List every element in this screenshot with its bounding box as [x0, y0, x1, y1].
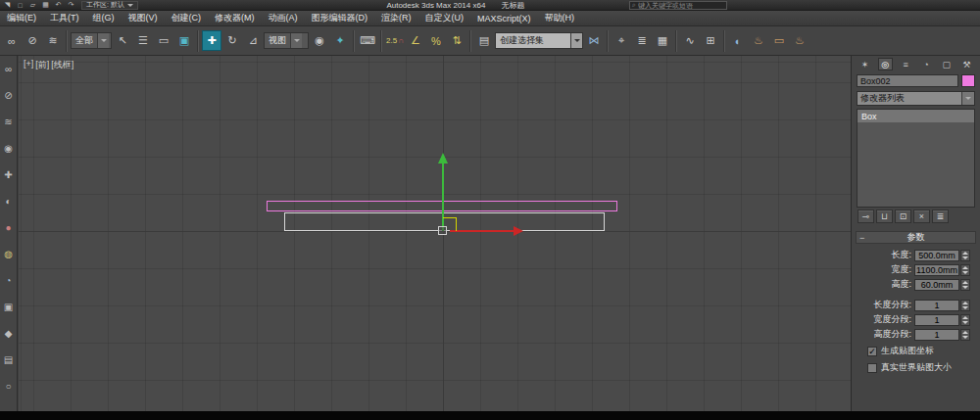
menu-customize[interactable]: 自定义(U)	[418, 11, 471, 25]
use-pivot-point-button[interactable]: ◉	[310, 30, 329, 51]
tab-create[interactable]: ✶	[858, 58, 872, 70]
parameters-rollout-header[interactable]: − 参数	[856, 231, 976, 244]
rectangular-selection-region-button[interactable]: ▭	[154, 30, 173, 51]
width-spinner[interactable]	[960, 264, 970, 276]
new-scene-button[interactable]: □	[15, 1, 25, 10]
select-and-move-button[interactable]: ✚	[202, 30, 221, 51]
select-by-name-button[interactable]: ☰	[133, 30, 153, 51]
modifier-stack[interactable]: Box	[857, 109, 975, 208]
search-input[interactable]	[638, 2, 724, 9]
left-tool-button[interactable]: ◐	[2, 194, 16, 208]
menu-rendering[interactable]: 渲染(R)	[374, 11, 418, 25]
real-world-map-size-checkbox[interactable]	[867, 363, 877, 373]
object-name-input[interactable]: Box002	[857, 74, 958, 87]
left-tool-button[interactable]: ◉	[2, 141, 16, 155]
generate-mapping-coords-checkbox[interactable]: ✓	[867, 347, 877, 356]
app-menu-button[interactable]: ◥	[2, 1, 13, 10]
modifier-list-dropdown[interactable]: 修改器列表	[857, 91, 975, 106]
select-object-button[interactable]: ↖	[113, 30, 132, 51]
rendered-frame-window-button[interactable]: ▭	[769, 30, 789, 51]
select-and-manipulate-button[interactable]: ✦	[330, 30, 350, 51]
remove-modifier-button[interactable]: ×	[913, 210, 930, 223]
show-end-result-button[interactable]: ⊔	[876, 210, 893, 223]
length-spinner[interactable]	[960, 250, 970, 261]
save-file-button[interactable]: ▦	[40, 1, 51, 10]
viewport-shading-menu[interactable]: [线框]	[51, 59, 74, 71]
menu-animation[interactable]: 动画(A)	[262, 11, 305, 25]
length-input[interactable]: 500.0mm	[914, 250, 959, 261]
reference-coordinate-dropdown[interactable]: 视图	[264, 32, 309, 49]
tab-utilities[interactable]: ⚒	[959, 58, 974, 70]
menu-edit[interactable]: 编辑(E)	[0, 11, 43, 25]
search-box[interactable]: ⌕	[629, 1, 727, 10]
left-tool-button[interactable]: ▤	[2, 352, 16, 366]
unlink-selection-button[interactable]: ⊘	[23, 30, 42, 51]
left-tool-button[interactable]: ≋	[2, 115, 16, 128]
menu-tools[interactable]: 工具(T)	[43, 11, 86, 25]
modifier-stack-item-box[interactable]: Box	[858, 110, 974, 122]
render-setup-button[interactable]: ♨	[749, 30, 768, 51]
length-segs-input[interactable]: 1	[914, 300, 959, 311]
viewport-pov-menu[interactable]: [前]	[35, 59, 49, 71]
workspace-dropdown[interactable]: 工作区: 默认	[81, 1, 138, 10]
left-tool-button[interactable]: ⊘	[2, 88, 16, 102]
tab-hierarchy[interactable]: ≡	[899, 58, 913, 70]
pin-stack-button[interactable]: ⊸	[858, 210, 874, 223]
curve-editor-button[interactable]: ∿	[680, 30, 700, 51]
percent-snap-toggle[interactable]: %	[426, 30, 446, 51]
keyboard-shortcut-override-toggle[interactable]: ⌨	[358, 30, 377, 51]
named-selection-sets-dropdown[interactable]: 创建选择集	[495, 32, 583, 49]
select-and-scale-button[interactable]: ⊿	[243, 30, 263, 51]
height-input[interactable]: 60.0mm	[914, 279, 959, 291]
left-tool-button[interactable]: ✚	[2, 167, 16, 181]
width-segs-spinner[interactable]	[960, 314, 970, 326]
select-and-link-button[interactable]: ∞	[2, 30, 22, 51]
spinner-snap-toggle[interactable]: ⇅	[447, 30, 466, 51]
left-tool-button[interactable]: ○	[2, 379, 16, 393]
tab-display[interactable]: ▢	[939, 58, 954, 70]
height-segs-spinner[interactable]	[960, 329, 970, 341]
menu-group[interactable]: 组(G)	[86, 11, 122, 25]
left-tool-button[interactable]: ◆	[2, 326, 16, 340]
width-input[interactable]: 1100.0mm	[914, 264, 959, 276]
bind-to-space-warp-button[interactable]: ≋	[43, 30, 63, 51]
mirror-button[interactable]: ⋈	[584, 30, 604, 51]
menu-views[interactable]: 视图(V)	[122, 11, 165, 25]
left-tool-button[interactable]: ◍	[2, 247, 16, 260]
render-production-button[interactable]: ♨	[790, 30, 809, 51]
selection-filter-dropdown[interactable]: 全部	[71, 32, 112, 49]
front-viewport[interactable]: [+] [前] [线框]	[19, 56, 851, 411]
left-tool-button[interactable]: ▣	[2, 300, 16, 313]
menu-help[interactable]: 帮助(H)	[538, 11, 582, 25]
material-editor-button[interactable]: ◐	[728, 30, 748, 51]
undo-button[interactable]: ↶	[53, 1, 64, 10]
select-and-rotate-button[interactable]: ↻	[222, 30, 242, 51]
gizmo-x-axis[interactable]	[450, 230, 514, 232]
edit-named-selection-sets-button[interactable]: ▤	[474, 30, 494, 51]
menu-create[interactable]: 创建(C)	[165, 11, 209, 25]
menu-modifiers[interactable]: 修改器(M)	[208, 11, 262, 25]
height-segs-input[interactable]: 1	[914, 329, 959, 341]
align-button[interactable]: ⌖	[612, 30, 631, 51]
gizmo-center-handle[interactable]	[438, 226, 447, 235]
open-file-button[interactable]: ▱	[27, 1, 38, 10]
left-tool-button[interactable]: ∞	[2, 62, 16, 75]
viewport-general-menu[interactable]: [+]	[24, 59, 33, 71]
height-spinner[interactable]	[960, 279, 970, 291]
left-tool-button[interactable]: ●	[2, 220, 16, 234]
menu-graph-editors[interactable]: 图形编辑器(D)	[305, 11, 375, 25]
menu-maxscript[interactable]: MAXScript(X)	[470, 11, 538, 25]
configure-modifier-sets-button[interactable]: ≣	[932, 210, 949, 223]
width-segs-input[interactable]: 1	[914, 314, 959, 326]
angle-snap-toggle[interactable]: ∠	[406, 30, 425, 51]
snaps-toggle-button[interactable]: 2.5 ∩	[385, 30, 405, 51]
length-segs-spinner[interactable]	[960, 300, 970, 311]
layer-manager-button[interactable]: ≣	[632, 30, 652, 51]
schematic-view-button[interactable]: ⊞	[701, 30, 720, 51]
tab-modify[interactable]: ◎	[878, 58, 893, 70]
make-unique-button[interactable]: ⊡	[895, 210, 911, 223]
left-tool-button[interactable]: ◔	[2, 273, 16, 287]
redo-button[interactable]: ↷	[66, 1, 76, 10]
graphite-ribbon-toggle[interactable]: ▦	[653, 30, 672, 51]
tab-motion[interactable]: ◔	[918, 58, 933, 70]
